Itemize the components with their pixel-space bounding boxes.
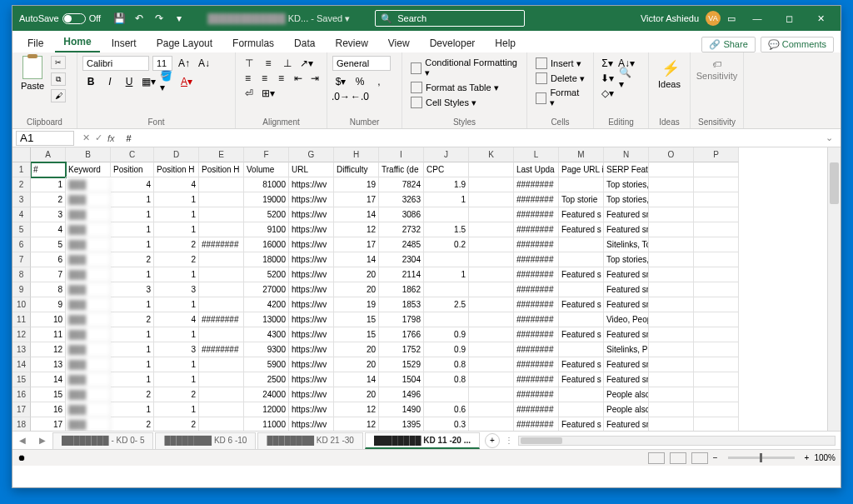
data-cell[interactable]: 4300: [244, 327, 289, 342]
data-cell[interactable]: [559, 177, 604, 192]
data-cell[interactable]: 2: [111, 252, 154, 267]
data-cell[interactable]: 2.5: [424, 297, 469, 312]
data-cell[interactable]: 1: [154, 297, 199, 312]
data-cell[interactable]: https://wv: [289, 267, 334, 282]
row-header[interactable]: 2: [12, 177, 31, 192]
header-cell[interactable]: Traffic (de: [379, 162, 424, 177]
data-cell[interactable]: 9: [31, 297, 66, 312]
header-cell[interactable]: [469, 162, 514, 177]
row-header[interactable]: 6: [12, 237, 31, 252]
data-cell[interactable]: 1: [111, 372, 154, 387]
data-cell[interactable]: 1: [154, 207, 199, 222]
data-cell[interactable]: ########: [514, 252, 559, 267]
data-cell[interactable]: People also ask, Top stories, Thumbnail,…: [604, 387, 649, 402]
data-cell[interactable]: 14: [334, 372, 379, 387]
enter-formula-icon[interactable]: ✓: [95, 132, 102, 143]
data-cell[interactable]: 1: [111, 222, 154, 237]
col-header-N[interactable]: N: [604, 147, 649, 162]
share-button[interactable]: 🔗 Share: [701, 37, 755, 52]
header-cell[interactable]: Position H: [154, 162, 199, 177]
format-cells-button[interactable]: Format ▾: [532, 86, 588, 110]
font-size-dropdown[interactable]: 11: [152, 56, 172, 71]
data-cell[interactable]: ███: [66, 207, 111, 222]
data-cell[interactable]: [199, 387, 244, 402]
row-header[interactable]: 10: [12, 297, 31, 312]
fill-icon[interactable]: ⬇▾: [599, 71, 616, 86]
data-cell[interactable]: 1: [154, 357, 199, 372]
data-cell[interactable]: 0.3: [424, 417, 469, 431]
data-cell[interactable]: [694, 387, 739, 402]
align-right-icon[interactable]: ≡: [274, 71, 288, 86]
row-header[interactable]: 8: [12, 267, 31, 282]
data-cell[interactable]: https://wv: [289, 222, 334, 237]
data-cell[interactable]: [469, 282, 514, 297]
data-cell[interactable]: 11: [31, 327, 66, 342]
data-cell[interactable]: 2: [154, 387, 199, 402]
data-cell[interactable]: ########: [514, 387, 559, 402]
header-cell[interactable]: Difficulty: [334, 162, 379, 177]
data-cell[interactable]: Top stories, Thumbnail, Image pack: [604, 192, 649, 207]
data-cell[interactable]: 1529: [379, 357, 424, 372]
header-cell[interactable]: SERP Features: [604, 162, 649, 177]
row-header[interactable]: 15: [12, 372, 31, 387]
data-cell[interactable]: 81000: [244, 177, 289, 192]
sheet-nav-prev-icon[interactable]: ◀: [12, 436, 32, 445]
data-cell[interactable]: [649, 222, 694, 237]
zoom-out-icon[interactable]: −: [713, 453, 718, 462]
cancel-formula-icon[interactable]: ✕: [82, 132, 90, 143]
save-icon[interactable]: 💾: [112, 12, 126, 25]
align-top-icon[interactable]: ⊤: [241, 56, 257, 71]
data-cell[interactable]: 19000: [244, 192, 289, 207]
data-cell[interactable]: [649, 372, 694, 387]
data-cell[interactable]: [694, 327, 739, 342]
cut-icon[interactable]: ✂: [51, 56, 66, 69]
comma-icon[interactable]: ,: [371, 74, 387, 89]
find-select-icon[interactable]: 🔍▾: [618, 71, 635, 86]
data-cell[interactable]: https://wv: [289, 312, 334, 327]
zoom-level[interactable]: 100%: [814, 453, 836, 462]
undo-icon[interactable]: ↶: [132, 12, 146, 25]
data-cell[interactable]: 1: [111, 192, 154, 207]
data-cell[interactable]: [199, 372, 244, 387]
align-middle-icon[interactable]: ≡: [260, 56, 277, 71]
data-cell[interactable]: [469, 312, 514, 327]
percent-icon[interactable]: %: [352, 74, 368, 89]
data-cell[interactable]: [649, 282, 694, 297]
data-cell[interactable]: 0.6: [424, 402, 469, 417]
data-cell[interactable]: 2: [111, 387, 154, 402]
data-cell[interactable]: 4: [154, 312, 199, 327]
data-cell[interactable]: [424, 387, 469, 402]
data-cell[interactable]: 1853: [379, 297, 424, 312]
col-header-I[interactable]: I: [379, 147, 424, 162]
data-cell[interactable]: 9300: [244, 342, 289, 357]
data-cell[interactable]: ########: [514, 282, 559, 297]
data-cell[interactable]: ███: [66, 402, 111, 417]
tab-formulas[interactable]: Formulas: [224, 34, 282, 52]
row-header[interactable]: 4: [12, 207, 31, 222]
data-cell[interactable]: ########: [514, 312, 559, 327]
data-cell[interactable]: 1: [424, 192, 469, 207]
data-cell[interactable]: Featured snippet, Thumbnail, People also…: [604, 327, 649, 342]
data-cell[interactable]: ███: [66, 357, 111, 372]
data-cell[interactable]: 1: [111, 237, 154, 252]
sheet-tab[interactable]: ████████ KD 21 -30: [257, 432, 362, 449]
data-cell[interactable]: 4: [111, 177, 154, 192]
data-cell[interactable]: 4: [154, 177, 199, 192]
data-cell[interactable]: [559, 282, 604, 297]
data-cell[interactable]: 1766: [379, 327, 424, 342]
maximize-icon[interactable]: ◻: [774, 8, 804, 28]
decrease-decimal-icon[interactable]: ←.0: [352, 89, 368, 104]
data-cell[interactable]: https://wv: [289, 252, 334, 267]
data-cell[interactable]: [469, 327, 514, 342]
data-cell[interactable]: https://wv: [289, 372, 334, 387]
tab-home[interactable]: Home: [55, 32, 99, 52]
data-cell[interactable]: [199, 282, 244, 297]
col-header-P[interactable]: P: [694, 147, 739, 162]
data-cell[interactable]: [199, 417, 244, 431]
data-cell[interactable]: https://wv: [289, 177, 334, 192]
col-header-G[interactable]: G: [289, 147, 334, 162]
data-cell[interactable]: 6: [31, 252, 66, 267]
data-cell[interactable]: 1: [154, 267, 199, 282]
col-header-O[interactable]: O: [649, 147, 694, 162]
data-cell[interactable]: https://wv: [289, 357, 334, 372]
